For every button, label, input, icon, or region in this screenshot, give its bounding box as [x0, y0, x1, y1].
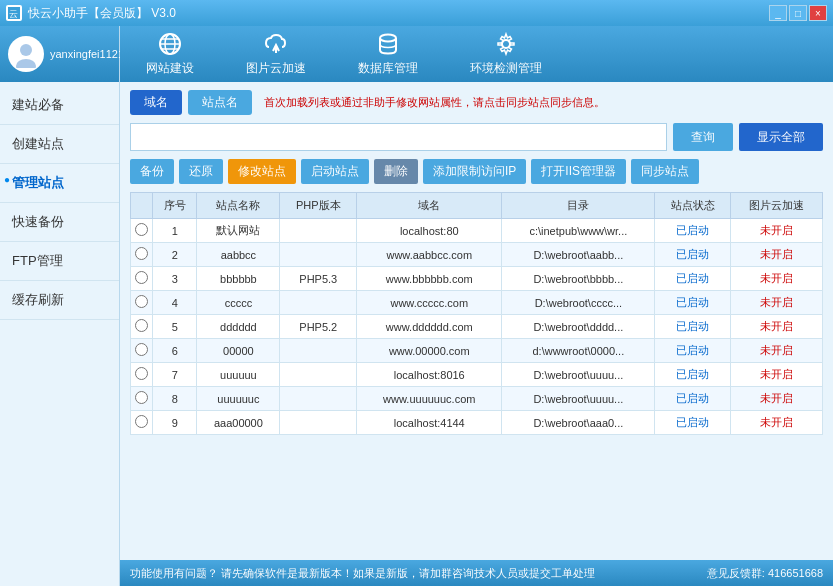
- titlebar: 云 快云小助手【会员版】 V3.0 _ □ ×: [0, 0, 833, 26]
- search-bar: 查询 显示全部: [130, 123, 823, 151]
- row-name: uuuuuu: [197, 363, 280, 387]
- search-input[interactable]: [130, 123, 667, 151]
- sync-button[interactable]: 同步站点: [631, 159, 699, 184]
- app-icon: 云: [6, 5, 22, 21]
- action-bar: 备份 还原 修改站点 启动站点 删除 添加限制访问IP 打开IIS管理器 同步站…: [130, 159, 823, 184]
- sidebar-item-create-site[interactable]: 创建站点: [0, 125, 119, 164]
- row-radio[interactable]: [131, 339, 153, 363]
- row-radio[interactable]: [131, 387, 153, 411]
- row-cdn[interactable]: 未开启: [731, 339, 823, 363]
- globe-icon: [157, 31, 183, 57]
- table-row[interactable]: 2 aabbcc www.aabbcc.com D:\webroot\aabb.…: [131, 243, 823, 267]
- row-name: bbbbbb: [197, 267, 280, 291]
- col-dir: 目录: [502, 193, 655, 219]
- row-cdn[interactable]: 未开启: [731, 243, 823, 267]
- backup-button[interactable]: 备份: [130, 159, 174, 184]
- row-radio[interactable]: [131, 291, 153, 315]
- row-cdn[interactable]: 未开启: [731, 411, 823, 435]
- row-domain: www.aabbcc.com: [357, 243, 502, 267]
- sidebar-item-cache-refresh[interactable]: 缓存刷新: [0, 281, 119, 320]
- row-php: [280, 219, 357, 243]
- start-button[interactable]: 启动站点: [301, 159, 369, 184]
- row-cdn[interactable]: 未开启: [731, 291, 823, 315]
- gear-icon: [493, 31, 519, 57]
- row-domain: www.bbbbbb.com: [357, 267, 502, 291]
- col-cdn: 图片云加速: [731, 193, 823, 219]
- table-row[interactable]: 8 uuuuuuc www.uuuuuuc.com D:\webroot\uuu…: [131, 387, 823, 411]
- row-cdn[interactable]: 未开启: [731, 387, 823, 411]
- row-php: [280, 243, 357, 267]
- minimize-button[interactable]: _: [769, 5, 787, 21]
- modify-button[interactable]: 修改站点: [228, 159, 296, 184]
- row-status: 已启动: [655, 339, 731, 363]
- nav-website[interactable]: 网站建设: [130, 27, 210, 81]
- nav-database[interactable]: 数据库管理: [342, 27, 434, 81]
- row-php: PHP5.3: [280, 267, 357, 291]
- row-id: 9: [153, 411, 197, 435]
- row-dir: D:\webroot\aabb...: [502, 243, 655, 267]
- row-domain: www.ccccc.com: [357, 291, 502, 315]
- table-row[interactable]: 9 aaa00000 localhost:4144 D:\webroot\aaa…: [131, 411, 823, 435]
- row-name: 默认网站: [197, 219, 280, 243]
- row-radio[interactable]: [131, 267, 153, 291]
- col-php: PHP版本: [280, 193, 357, 219]
- col-domain: 域名: [357, 193, 502, 219]
- svg-point-3: [16, 59, 36, 68]
- delete-button[interactable]: 删除: [374, 159, 418, 184]
- sidebar-item-manage-site[interactable]: 管理站点: [0, 164, 119, 203]
- row-name: aaa00000: [197, 411, 280, 435]
- row-radio[interactable]: [131, 243, 153, 267]
- row-status: 已启动: [655, 387, 731, 411]
- svg-point-10: [380, 35, 396, 42]
- tab-sitename[interactable]: 站点名: [188, 90, 252, 115]
- content-area: 网站建设 图片云加速: [120, 26, 833, 586]
- cloud-upload-icon: [263, 31, 289, 57]
- open-iis-button[interactable]: 打开IIS管理器: [531, 159, 626, 184]
- row-domain: www.00000.com: [357, 339, 502, 363]
- table-row[interactable]: 3 bbbbbb PHP5.3 www.bbbbbb.com D:\webroo…: [131, 267, 823, 291]
- row-status: 已启动: [655, 411, 731, 435]
- row-cdn[interactable]: 未开启: [731, 267, 823, 291]
- add-ip-button[interactable]: 添加限制访问IP: [423, 159, 526, 184]
- row-name: ccccc: [197, 291, 280, 315]
- row-radio[interactable]: [131, 219, 153, 243]
- row-status: 已启动: [655, 363, 731, 387]
- row-id: 3: [153, 267, 197, 291]
- search-button[interactable]: 查询: [673, 123, 733, 151]
- row-radio[interactable]: [131, 411, 153, 435]
- col-radio: [131, 193, 153, 219]
- nav-env[interactable]: 环境检测管理: [454, 27, 558, 81]
- tab-domain[interactable]: 域名: [130, 90, 182, 115]
- table-row[interactable]: 1 默认网站 localhost:80 c:\inetpub\www\wr...…: [131, 219, 823, 243]
- row-domain: localhost:4144: [357, 411, 502, 435]
- close-button[interactable]: ×: [809, 5, 827, 21]
- show-all-button[interactable]: 显示全部: [739, 123, 823, 151]
- tab-note: 首次加载列表或通过非助手修改网站属性，请点击同步站点同步信息。: [264, 95, 605, 110]
- maximize-button[interactable]: □: [789, 5, 807, 21]
- window-controls[interactable]: _ □ ×: [769, 5, 827, 21]
- row-cdn[interactable]: 未开启: [731, 363, 823, 387]
- table-row[interactable]: 5 dddddd PHP5.2 www.dddddd.com D:\webroo…: [131, 315, 823, 339]
- row-radio[interactable]: [131, 315, 153, 339]
- nav-imgcdn[interactable]: 图片云加速: [230, 27, 322, 81]
- row-cdn[interactable]: 未开启: [731, 219, 823, 243]
- restore-button[interactable]: 还原: [179, 159, 223, 184]
- sidebar-item-quick-backup[interactable]: 快速备份: [0, 203, 119, 242]
- row-id: 7: [153, 363, 197, 387]
- sidebar-item-build-site[interactable]: 建站必备: [0, 86, 119, 125]
- svg-text:云: 云: [9, 9, 18, 19]
- row-dir: D:\webroot\cccc...: [502, 291, 655, 315]
- svg-point-2: [20, 44, 32, 56]
- col-status: 站点状态: [655, 193, 731, 219]
- row-domain: localhost:80: [357, 219, 502, 243]
- sidebar-item-ftp[interactable]: FTP管理: [0, 242, 119, 281]
- row-cdn[interactable]: 未开启: [731, 315, 823, 339]
- row-radio[interactable]: [131, 363, 153, 387]
- table-row[interactable]: 4 ccccc www.ccccc.com D:\webroot\cccc...…: [131, 291, 823, 315]
- row-status: 已启动: [655, 291, 731, 315]
- username-label: yanxingfei1121: [50, 48, 124, 60]
- table-row[interactable]: 7 uuuuuu localhost:8016 D:\webroot\uuuu.…: [131, 363, 823, 387]
- row-name: dddddd: [197, 315, 280, 339]
- table-row[interactable]: 6 00000 www.00000.com d:\wwwroot\0000...…: [131, 339, 823, 363]
- row-id: 8: [153, 387, 197, 411]
